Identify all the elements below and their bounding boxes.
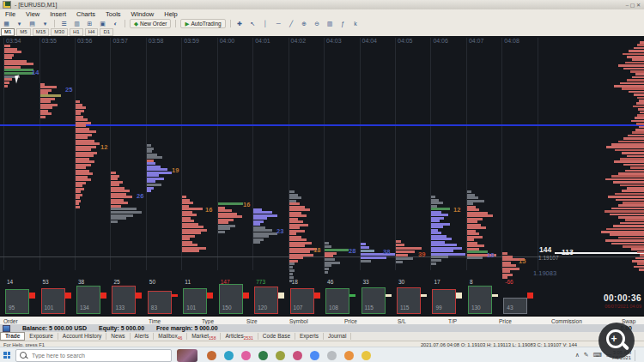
timeframe-m5[interactable]: M5 — [16, 28, 30, 36]
tab-articles[interactable]: Articles2531 — [221, 333, 258, 340]
orders-col-commission[interactable]: Commission — [548, 318, 618, 324]
notification-edge-button[interactable] — [635, 350, 643, 361]
keyboard-icon[interactable]: ⌨ — [593, 352, 602, 359]
chart-shift-icon[interactable]: ▥ — [325, 19, 336, 28]
excel-icon[interactable] — [258, 351, 268, 360]
outlook-icon[interactable] — [344, 351, 354, 360]
chart-dropdown-caret-icon[interactable]: ▾ — [14, 19, 25, 28]
orders-col-symbol[interactable]: Symbol — [286, 318, 341, 324]
terminal-icon[interactable]: ▣ — [97, 19, 108, 28]
cluster-count-label: 26 — [137, 192, 143, 200]
taskbar-search[interactable] — [15, 349, 172, 362]
composite-profile-bar — [618, 216, 644, 219]
title-bar[interactable]: - [EURUSD,M1] – ▢ ✕ — [0, 0, 644, 9]
tab-mailbox[interactable]: Mailbox46 — [154, 333, 187, 340]
market-watch-icon[interactable]: ☰ — [58, 19, 70, 28]
cluster-bar — [111, 184, 119, 186]
tab-trade[interactable]: Trade — [0, 332, 25, 341]
orders-col-sl[interactable]: S/L — [394, 318, 445, 324]
teams-icon[interactable] — [327, 351, 337, 360]
start-button[interactable] — [0, 347, 14, 362]
composite-profile-bar — [634, 47, 644, 50]
cluster-bar — [325, 245, 331, 248]
zoom-tool-overlay[interactable] — [598, 323, 635, 359]
orders-col-type[interactable]: Type — [198, 318, 243, 324]
cluster-bar — [76, 160, 94, 163]
orders-col-price[interactable]: Price — [495, 318, 548, 324]
cursor-icon[interactable]: ↖ — [247, 19, 258, 28]
symbol-dropdown-icon[interactable]: k — [350, 19, 361, 28]
tab-news[interactable]: News — [106, 333, 130, 340]
profiles-icon[interactable]: ▤ — [27, 19, 38, 28]
orders-col-time[interactable]: Time — [145, 318, 198, 324]
search-input[interactable] — [30, 352, 154, 359]
cluster-bar — [253, 223, 260, 226]
new-chart-icon[interactable]: ▦ — [1, 19, 12, 28]
horizontal-line-icon[interactable]: ─ — [273, 19, 284, 28]
edge-icon[interactable] — [224, 351, 234, 360]
delta-value: 25 — [113, 279, 119, 285]
autotrading-button[interactable]: ▶AutoTrading — [180, 19, 225, 28]
timeframe-m30[interactable]: M30 — [51, 28, 68, 36]
cluster-bar — [76, 172, 93, 175]
strategy-tester-icon[interactable]: ◐ — [110, 19, 121, 28]
trendline-icon[interactable]: ╱ — [286, 19, 297, 28]
timeframe-h4[interactable]: H4 — [85, 28, 99, 36]
cluster-bar — [111, 217, 126, 220]
menu-charts[interactable]: Charts — [71, 10, 100, 18]
cluster-bar — [182, 250, 199, 252]
cluster-bar — [431, 232, 441, 234]
cluster-bar — [467, 220, 477, 223]
composite-profile-bar — [611, 175, 644, 178]
delta-value: 38 — [78, 279, 84, 285]
zoom-in-icon[interactable]: ⊕ — [299, 19, 310, 28]
tab-exposure[interactable]: Exposure — [25, 333, 58, 340]
photos-icon[interactable] — [241, 351, 251, 360]
chevron-up-icon[interactable]: ∧ — [575, 352, 580, 359]
menu-tools[interactable]: Tools — [100, 10, 126, 18]
taskbar-photo-thumbnail[interactable] — [177, 349, 197, 362]
chrome-icon[interactable] — [310, 351, 319, 360]
new-order-button[interactable]: ◆New Order — [130, 19, 171, 28]
composite-profile-bar — [606, 146, 644, 148]
footprint-chart[interactable]: 03:5403:5503:5603:5703:5803:5904:0004:01… — [0, 36, 644, 316]
store-icon[interactable] — [293, 351, 302, 360]
firefox-icon[interactable] — [207, 351, 216, 360]
navigator-icon[interactable]: ⊞ — [84, 19, 95, 28]
cluster-bar — [111, 220, 118, 223]
tab-experts[interactable]: Experts — [295, 333, 324, 340]
pen-icon[interactable]: ✎ — [584, 352, 589, 359]
tab-market[interactable]: Market158 — [187, 333, 221, 340]
timeframe-h1[interactable]: H1 — [70, 28, 83, 36]
menu-window[interactable]: Window — [126, 10, 160, 18]
orders-col-tp[interactable]: T/P — [445, 318, 495, 324]
composite-profile-bar — [620, 184, 644, 187]
timeframe-m15[interactable]: M15 — [33, 28, 50, 36]
window-controls[interactable]: – ▢ ✕ — [626, 2, 641, 8]
indicators-icon[interactable]: ƒ — [337, 19, 349, 28]
tab-account-history[interactable]: Account History — [58, 333, 107, 340]
volume-value: 108 — [329, 305, 338, 311]
menu-insert[interactable]: Insert — [45, 10, 71, 18]
alarm-icon[interactable] — [361, 351, 371, 360]
vertical-line-icon[interactable]: │ — [260, 19, 271, 28]
orders-col-size[interactable]: Size — [243, 318, 286, 324]
timeframe-m1[interactable]: M1 — [1, 28, 15, 36]
tab-code-base[interactable]: Code Base — [258, 333, 295, 340]
cluster-bar — [76, 190, 81, 193]
menu-file[interactable]: File — [0, 10, 21, 18]
data-window-icon[interactable]: ▥ — [71, 19, 82, 28]
menu-view[interactable]: View — [21, 10, 45, 18]
composite-profile-bar — [631, 120, 644, 123]
timeframe-d1[interactable]: D1 — [100, 28, 113, 36]
tab-journal[interactable]: Journal — [324, 333, 351, 340]
tab-alerts[interactable]: Alerts — [131, 333, 155, 340]
menu-help[interactable]: Help — [159, 10, 182, 18]
zoom-out-icon[interactable]: ⊖ — [312, 19, 323, 28]
orders-col-price[interactable]: Price — [341, 318, 394, 324]
orders-col-order[interactable]: Order — [0, 318, 145, 324]
onenote-icon[interactable] — [276, 351, 285, 360]
profiles-caret-icon[interactable]: ▾ — [39, 19, 51, 28]
crosshair-icon[interactable]: ✚ — [234, 19, 246, 28]
cluster-bar — [361, 243, 366, 245]
